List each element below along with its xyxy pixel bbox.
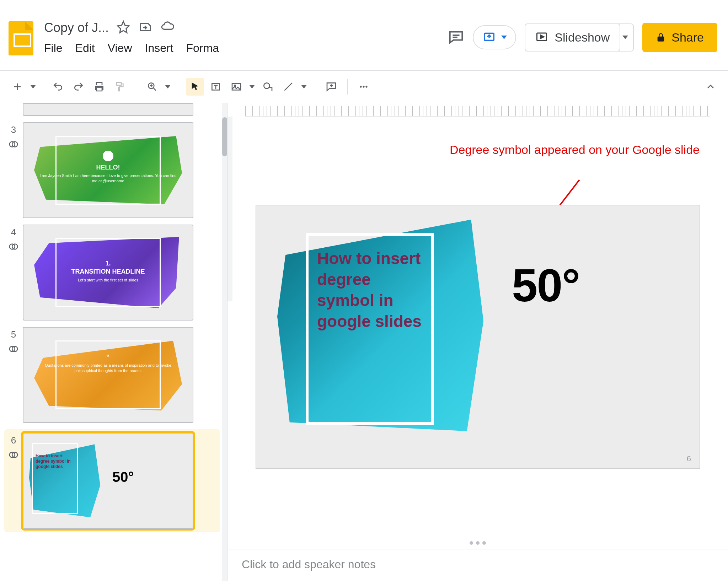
slide-canvas[interactable]: How to insert degree symbol in google sl… — [256, 205, 700, 468]
slide-number: 5 — [11, 329, 16, 340]
slide-number: 6 — [11, 435, 16, 446]
transition-icon — [8, 450, 19, 462]
slide-entry-4[interactable]: 4 1. TRANSITION HEADLINELet's start with… — [4, 225, 220, 321]
slide-thumbnail-peek[interactable] — [23, 103, 193, 116]
scrollbar-thumb[interactable] — [222, 117, 227, 156]
move-icon[interactable] — [139, 20, 152, 35]
slide-thumbnail[interactable]: How to insert degree symbol in google sl… — [23, 433, 193, 529]
line-button[interactable] — [279, 78, 297, 96]
menu-format[interactable]: Forma — [186, 42, 219, 55]
slideshow-label: Slideshow — [555, 31, 610, 44]
slide-thumbnail[interactable]: “Quotations are commonly printed as a me… — [23, 327, 193, 423]
share-button[interactable]: Share — [642, 23, 717, 52]
app-header: Copy of J... File Edit View Insert Forma — [0, 0, 728, 70]
separator — [179, 79, 179, 95]
slideshow-button[interactable]: Slideshow — [525, 23, 620, 52]
svg-point-7 — [360, 86, 362, 87]
new-slide-button[interactable] — [9, 78, 26, 96]
separator — [136, 79, 136, 95]
star-icon[interactable] — [117, 20, 130, 35]
image-caret[interactable] — [248, 85, 256, 88]
slide-entry-3[interactable]: 3 HELLO!I am Jayden Smith I am here beca… — [4, 122, 220, 218]
open-comments-button[interactable] — [448, 29, 464, 45]
menu-edit[interactable]: Edit — [75, 42, 95, 55]
new-slide-caret[interactable] — [29, 85, 37, 88]
caret-down-icon — [501, 36, 507, 39]
speaker-notes-input[interactable]: Click to add speaker notes — [228, 549, 728, 581]
slide-page-number: 6 — [687, 454, 691, 463]
share-label: Share — [671, 31, 704, 44]
slide-entry-5[interactable]: 5 “Quotations are commonly printed as a … — [4, 327, 220, 423]
slide-entry-6[interactable]: 6 How to insert degree symbol in google … — [4, 429, 220, 532]
slide-number: 4 — [11, 227, 16, 238]
print-button[interactable] — [90, 78, 108, 96]
image-button[interactable] — [228, 78, 245, 96]
transition-icon — [8, 241, 19, 253]
paint-format-button[interactable] — [111, 78, 129, 96]
transition-icon — [8, 344, 19, 356]
present-to-meeting-button[interactable] — [473, 25, 516, 49]
horizontal-ruler[interactable] — [245, 106, 710, 117]
more-tools-button[interactable] — [355, 78, 373, 96]
select-tool-button[interactable] — [186, 78, 204, 96]
textbox-button[interactable] — [207, 78, 225, 96]
canvas-pager-dots — [470, 541, 486, 545]
zoom-caret[interactable] — [164, 85, 172, 88]
collapse-toolbar-button[interactable] — [702, 78, 719, 96]
menu-file[interactable]: File — [44, 42, 63, 55]
redo-button[interactable] — [70, 78, 87, 96]
temperature-text[interactable]: 50° — [512, 259, 580, 312]
slide-thumbnail[interactable]: HELLO!I am Jayden Smith I am here becaus… — [23, 122, 193, 218]
document-title[interactable]: Copy of J... — [44, 20, 109, 35]
filmstrip[interactable]: 3 HELLO!I am Jayden Smith I am here beca… — [0, 103, 228, 581]
undo-button[interactable] — [49, 78, 67, 96]
slide-thumbnail[interactable]: 1. TRANSITION HEADLINELet's start with t… — [23, 225, 193, 321]
toolbar — [0, 70, 728, 103]
annotation-text: Degree symbol appeared on your Google sl… — [450, 142, 700, 157]
svg-point-9 — [365, 86, 367, 87]
zoom-button[interactable] — [143, 78, 161, 96]
add-comment-button[interactable] — [322, 78, 340, 96]
slide-number: 3 — [11, 124, 16, 135]
scrollbar-track[interactable] — [222, 103, 227, 581]
separator — [315, 79, 315, 95]
slides-logo-icon[interactable] — [9, 21, 33, 55]
shape-button[interactable] — [259, 78, 277, 96]
transition-icon — [8, 139, 19, 151]
separator — [347, 79, 348, 95]
menu-view[interactable]: View — [108, 42, 132, 55]
canvas-area: Degree symbol appeared on your Google sl… — [228, 103, 728, 581]
cloud-save-icon[interactable] — [161, 20, 174, 35]
menu-bar: File Edit View Insert Forma — [44, 42, 448, 55]
slideshow-options-button[interactable] — [617, 23, 634, 52]
slide-title-text[interactable]: How to insert degree symbol in google sl… — [317, 248, 424, 332]
line-caret[interactable] — [300, 85, 308, 88]
menu-insert[interactable]: Insert — [145, 42, 173, 55]
svg-point-8 — [363, 86, 364, 87]
